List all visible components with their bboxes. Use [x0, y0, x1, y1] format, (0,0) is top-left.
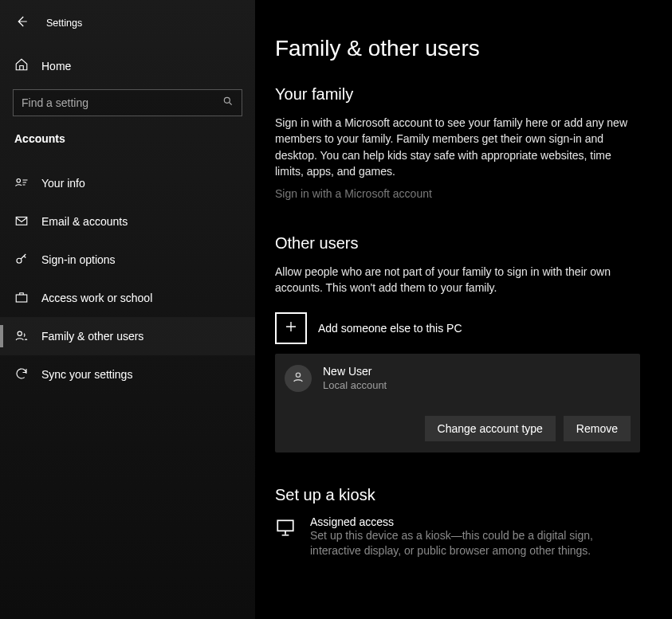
- user-header: New User Local account: [285, 365, 631, 392]
- section-other-users: Other users Allow people who are not par…: [275, 234, 640, 452]
- kiosk-title: Assigned access: [310, 515, 605, 528]
- remove-button[interactable]: Remove: [564, 416, 631, 441]
- svg-point-0: [224, 97, 230, 103]
- sidebar: Settings Home Accounts Your info Email &…: [0, 0, 255, 619]
- kiosk-heading: Set up a kiosk: [275, 486, 640, 504]
- user-card[interactable]: New User Local account Change account ty…: [275, 354, 640, 452]
- plus-icon: [284, 319, 298, 337]
- sync-icon: [14, 366, 29, 383]
- search-box[interactable]: [13, 89, 242, 116]
- sidebar-item-label: Sign-in options: [41, 253, 116, 266]
- sidebar-item-signin-options[interactable]: Sign-in options: [0, 241, 255, 279]
- signin-microsoft-link[interactable]: Sign in with a Microsoft account: [275, 187, 432, 200]
- key-icon: [14, 252, 29, 268]
- search-icon: [222, 96, 234, 110]
- person-icon: [291, 370, 305, 387]
- sidebar-item-label: Your info: [41, 177, 85, 190]
- add-user-label: Add someone else to this PC: [318, 322, 462, 335]
- home-icon: [14, 57, 29, 75]
- window-title: Settings: [46, 18, 82, 29]
- kiosk-description: Set up this device as a kiosk—this could…: [310, 528, 605, 559]
- sidebar-item-label: Email & accounts: [41, 215, 128, 228]
- user-type: Local account: [323, 379, 387, 391]
- search-input[interactable]: [22, 96, 222, 109]
- page-title: Family & other users: [275, 36, 640, 61]
- section-kiosk: Set up a kiosk Assigned access Set up th…: [275, 486, 640, 559]
- sidebar-item-your-info[interactable]: Your info: [0, 164, 255, 202]
- home-button[interactable]: Home: [0, 48, 255, 84]
- user-name: New User: [323, 365, 387, 378]
- family-heading: Your family: [275, 85, 640, 104]
- family-description: Sign in with a Microsoft account to see …: [275, 115, 634, 179]
- mail-icon: [14, 214, 29, 230]
- sidebar-item-email-accounts[interactable]: Email & accounts: [0, 202, 255, 241]
- section-your-family: Your family Sign in with a Microsoft acc…: [275, 85, 640, 201]
- other-description: Allow people who are not part of your fa…: [275, 264, 634, 296]
- home-label: Home: [41, 60, 71, 72]
- sidebar-item-label: Sync your settings: [41, 368, 132, 381]
- change-account-type-button[interactable]: Change account type: [425, 416, 556, 441]
- svg-point-3: [17, 258, 22, 263]
- monitor-icon: [275, 515, 296, 559]
- sidebar-item-family-other-users[interactable]: Family & other users: [0, 317, 255, 355]
- people-icon: [14, 328, 29, 345]
- main-content: Family & other users Your family Sign in…: [255, 0, 672, 619]
- sidebar-item-access-work-school[interactable]: Access work or school: [0, 279, 255, 317]
- sidebar-item-label: Family & other users: [41, 330, 143, 343]
- back-icon[interactable]: [14, 14, 29, 32]
- person-card-icon: [14, 175, 29, 192]
- briefcase-icon: [14, 290, 29, 307]
- svg-point-1: [17, 178, 21, 182]
- svg-rect-7: [277, 520, 293, 531]
- titlebar: Settings: [0, 8, 255, 38]
- plus-box: [275, 312, 307, 344]
- sidebar-nav: Your info Email & accounts Sign-in optio…: [0, 164, 255, 394]
- svg-rect-2: [16, 217, 27, 225]
- avatar: [285, 365, 312, 392]
- sidebar-item-sync-settings[interactable]: Sync your settings: [0, 355, 255, 394]
- add-user-button[interactable]: Add someone else to this PC: [275, 312, 640, 344]
- assigned-access-button[interactable]: Assigned access Set up this device as a …: [275, 515, 640, 559]
- svg-point-5: [18, 331, 22, 335]
- svg-point-6: [296, 373, 300, 377]
- sidebar-item-label: Access work or school: [41, 292, 152, 304]
- user-actions: Change account type Remove: [285, 416, 631, 441]
- other-heading: Other users: [275, 234, 640, 253]
- sidebar-category: Accounts: [0, 116, 255, 153]
- svg-rect-4: [16, 295, 27, 302]
